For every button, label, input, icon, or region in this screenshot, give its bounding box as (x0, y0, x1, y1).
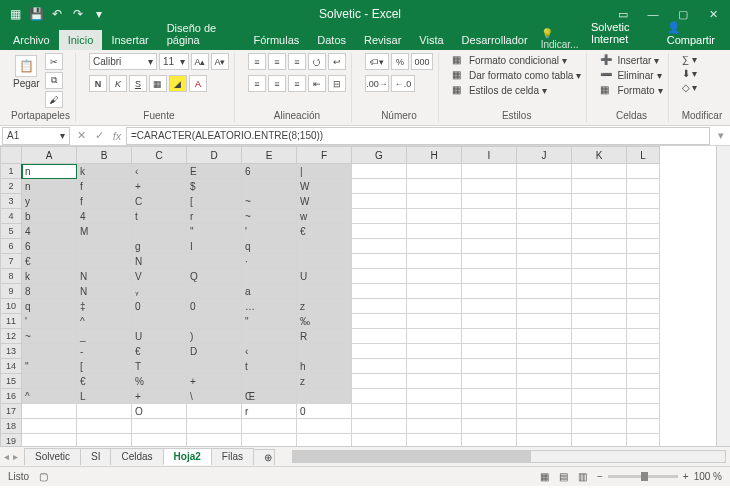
cell[interactable]: _ (77, 329, 132, 344)
cell[interactable] (132, 419, 187, 434)
cell[interactable]: + (187, 374, 242, 389)
cell[interactable]: 6 (22, 239, 77, 254)
cell[interactable]: h (297, 359, 352, 374)
cell[interactable]: ~ (242, 194, 297, 209)
cell[interactable] (517, 389, 572, 404)
cell[interactable] (462, 284, 517, 299)
cell[interactable]: W (297, 194, 352, 209)
cell[interactable] (352, 164, 407, 179)
close-icon[interactable]: ✕ (702, 8, 724, 21)
sheet-nav-prev-icon[interactable]: ◂ (4, 451, 9, 462)
cell[interactable] (407, 299, 462, 314)
cell[interactable]: ‡ (77, 299, 132, 314)
cell[interactable]: $ (187, 179, 242, 194)
minimize-icon[interactable]: — (642, 8, 664, 21)
format-painter-icon[interactable]: 🖌 (45, 91, 63, 108)
clear-button[interactable]: ◇ ▾ (682, 81, 698, 94)
maximize-icon[interactable]: ▢ (672, 8, 694, 21)
tab-datos[interactable]: Datos (308, 30, 355, 50)
copy-icon[interactable]: ⧉ (45, 72, 63, 89)
cell[interactable]: T (132, 359, 187, 374)
cell[interactable] (462, 344, 517, 359)
view-layout-icon[interactable]: ▤ (559, 471, 568, 482)
percent-icon[interactable]: % (391, 53, 409, 70)
fx-icon[interactable]: fx (108, 127, 126, 145)
cell[interactable] (352, 299, 407, 314)
conditional-format-button[interactable]: ▦Formato condicional ▾ (452, 53, 567, 67)
increase-font-icon[interactable]: A▴ (191, 53, 209, 70)
cell[interactable] (462, 359, 517, 374)
cell[interactable] (517, 254, 572, 269)
cell[interactable] (297, 254, 352, 269)
cell[interactable] (22, 344, 77, 359)
cell[interactable] (627, 194, 660, 209)
cell[interactable]: b (22, 209, 77, 224)
new-sheet-button[interactable]: ⊕ (253, 449, 275, 465)
cell[interactable] (627, 269, 660, 284)
cell[interactable] (352, 194, 407, 209)
cell[interactable] (462, 164, 517, 179)
cell[interactable] (572, 389, 627, 404)
cell[interactable]: k (22, 269, 77, 284)
cell[interactable] (462, 194, 517, 209)
cell[interactable] (462, 254, 517, 269)
increase-decimal-icon[interactable]: .00→ (365, 75, 389, 92)
cell[interactable] (407, 239, 462, 254)
cell[interactable] (517, 209, 572, 224)
name-box[interactable]: A1▾ (2, 127, 70, 145)
row-header[interactable]: 5 (0, 224, 22, 239)
merge-icon[interactable]: ⊟ (328, 75, 346, 92)
cell[interactable] (627, 434, 660, 446)
row-header[interactable]: 8 (0, 269, 22, 284)
cell[interactable] (517, 314, 572, 329)
cell[interactable]: \ (187, 389, 242, 404)
cell[interactable] (517, 359, 572, 374)
cell[interactable] (187, 434, 242, 446)
cell[interactable] (22, 404, 77, 419)
cell[interactable]: a (242, 284, 297, 299)
cell[interactable] (517, 329, 572, 344)
align-mid-icon[interactable]: ≡ (268, 53, 286, 70)
cell[interactable] (297, 434, 352, 446)
cell[interactable]: L (77, 389, 132, 404)
row-header[interactable]: 2 (0, 179, 22, 194)
cell[interactable] (352, 329, 407, 344)
cell[interactable] (352, 284, 407, 299)
cell[interactable] (352, 374, 407, 389)
cell[interactable] (572, 284, 627, 299)
row-header[interactable]: 10 (0, 299, 22, 314)
cell[interactable] (407, 164, 462, 179)
cell[interactable] (462, 329, 517, 344)
column-header[interactable]: H (407, 146, 462, 164)
cell[interactable]: z (297, 299, 352, 314)
cell[interactable] (462, 389, 517, 404)
currency-icon[interactable]: 🏷▾ (365, 53, 389, 70)
cell[interactable] (572, 374, 627, 389)
cell[interactable]: 4 (77, 209, 132, 224)
row-header[interactable]: 11 (0, 314, 22, 329)
align-top-icon[interactable]: ≡ (248, 53, 266, 70)
column-header[interactable]: I (462, 146, 517, 164)
account-name[interactable]: Solvetic Internet (591, 21, 653, 46)
cell[interactable]: z (297, 374, 352, 389)
cell[interactable] (517, 179, 572, 194)
cell[interactable] (407, 314, 462, 329)
border-icon[interactable]: ▦ (149, 75, 167, 92)
cell[interactable] (407, 359, 462, 374)
select-all-corner[interactable] (0, 146, 22, 164)
cell[interactable] (407, 194, 462, 209)
cell[interactable] (462, 374, 517, 389)
cell[interactable] (352, 269, 407, 284)
cell[interactable] (352, 224, 407, 239)
cell[interactable]: Q (187, 269, 242, 284)
tab-revisar[interactable]: Revisar (355, 30, 410, 50)
cell[interactable] (627, 329, 660, 344)
cell[interactable]: n (22, 164, 77, 179)
cell[interactable] (352, 389, 407, 404)
cell[interactable] (297, 344, 352, 359)
cut-icon[interactable]: ✂ (45, 53, 63, 70)
decrease-font-icon[interactable]: A▾ (211, 53, 229, 70)
column-header[interactable]: C (132, 146, 187, 164)
cell[interactable]: C (132, 194, 187, 209)
cell[interactable] (517, 434, 572, 446)
